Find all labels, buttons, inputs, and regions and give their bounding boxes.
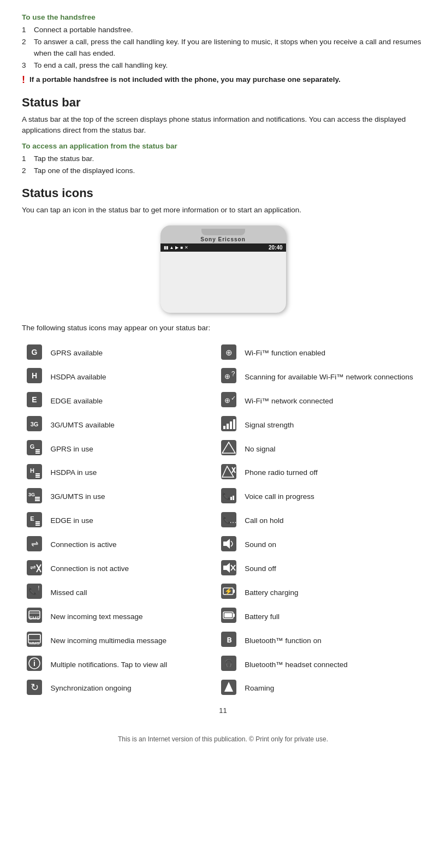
right-label-cell: Bluetooth™ headset connected (242, 653, 424, 677)
left-icon-cell: ↻ (22, 677, 49, 701)
right-icon-cell: 📞… (216, 509, 243, 533)
right-icon-cell: ⊕ (216, 342, 243, 366)
statusbar-icons: ▮▮ ▲ ▶ ■ ✕ (164, 245, 189, 250)
right-label-cell: No signal (242, 437, 424, 461)
right-icon-cell (216, 605, 243, 629)
status-bar-section: Status bar A status bar at the top of th… (22, 96, 424, 176)
right-label-cell: Sound on (242, 533, 424, 557)
svg-text:E: E (31, 515, 34, 522)
svg-rect-31 (35, 475, 40, 476)
right-label-cell: Wi-Fi™ network connected (242, 389, 424, 413)
footer-notice: This is an Internet version of this publ… (22, 730, 424, 743)
svg-text:⊕: ⊕ (225, 348, 232, 357)
access-step-2: 2 Tap one of the displayed icons. (22, 165, 424, 176)
svg-text:⇌: ⇌ (31, 539, 38, 548)
left-icon-cell: ⇌ (22, 533, 49, 557)
access-steps: 1 Tap the status bar. 2 Tap one of the d… (22, 153, 424, 177)
svg-rect-24 (35, 451, 40, 452)
right-icon-cell: ʙ (216, 629, 243, 653)
statusbar-icon-sound: ▶ (175, 245, 179, 250)
table-row: 3G 3G/UMTS available Signal strength (22, 413, 424, 437)
right-label-cell: Battery charging (242, 581, 424, 605)
left-label-cell: GPRS in use (49, 437, 216, 461)
svg-text:i: i (33, 659, 35, 668)
table-row: G GPRS available ⊕ Wi-Fi™ function enabl… (22, 342, 424, 366)
svg-text:⊕: ⊕ (224, 396, 230, 405)
access-step-1: 1 Tap the status bar. (22, 153, 424, 164)
phone-mockup-container: Sony Ericsson ▮▮ ▲ ▶ ■ ✕ 20:40 (22, 225, 424, 313)
svg-text:…: … (229, 516, 236, 525)
left-icon-cell: E (22, 509, 49, 533)
right-icon-cell (216, 461, 243, 485)
svg-rect-39 (35, 497, 40, 498)
left-label-cell: HSDPA in use (49, 461, 216, 485)
left-icon-cell: ⇌ (22, 557, 49, 581)
svg-rect-79 (233, 614, 235, 617)
svg-rect-49 (35, 523, 40, 524)
svg-rect-41 (35, 500, 40, 501)
status-bar-description: A status bar at the top of the screen di… (22, 114, 424, 136)
statusbar-icon-x: ✕ (185, 245, 188, 250)
right-icon-cell: ⚡ (216, 581, 243, 605)
svg-text:SMS: SMS (29, 615, 40, 621)
svg-text:⊕: ⊕ (224, 372, 230, 381)
access-step-text-1: Tap the status bar. (34, 153, 94, 164)
left-label-cell: EDGE available (49, 389, 216, 413)
left-icon-cell: E (22, 389, 49, 413)
right-label-cell: Bluetooth™ function on (242, 629, 424, 653)
svg-text:📞: 📞 (28, 586, 38, 596)
table-row: ⇌ Connection is active Sound on (22, 533, 424, 557)
handsfree-steps: 1 Connect a portable handsfree. 2 To ans… (22, 25, 424, 71)
right-icon-cell: 🎧 (216, 653, 243, 677)
status-bar-title: Status bar (22, 96, 424, 110)
step-3: 3 To end a call, press the call handling… (22, 60, 424, 71)
right-label-cell: Sound off (242, 557, 424, 581)
right-icon-cell: 📞 (216, 485, 243, 509)
step-num-2: 2 (22, 37, 29, 59)
left-icon-cell: i (22, 653, 49, 677)
right-icon-cell (216, 533, 243, 557)
svg-rect-19 (230, 421, 232, 429)
table-row: G GPRS in use No signal (22, 437, 424, 461)
table-row: i Multiple notifications. Tap to view al… (22, 653, 424, 677)
svg-text:!: ! (38, 585, 40, 591)
right-label-cell: Phone radio turned off (242, 461, 424, 485)
svg-text:?: ? (231, 370, 235, 378)
svg-text:H: H (30, 467, 34, 474)
svg-text:MMS: MMS (29, 641, 40, 646)
svg-rect-23 (35, 449, 40, 450)
phone-screen (160, 252, 286, 313)
right-label-cell: Signal strength (242, 413, 424, 437)
svg-text:G: G (30, 443, 35, 450)
left-label-cell: EDGE in use (49, 509, 216, 533)
svg-text:G: G (32, 348, 38, 356)
access-step-text-2: Tap one of the displayed icons. (34, 165, 135, 176)
svg-rect-32 (35, 477, 40, 478)
status-icons-title: Status icons (22, 186, 424, 200)
left-icon-cell: G (22, 437, 49, 461)
svg-text:⚡: ⚡ (224, 587, 232, 595)
left-icon-cell: 3G (22, 485, 49, 509)
left-label-cell: New incoming text message (49, 605, 216, 629)
statusbar-icon-conn: ■ (180, 245, 183, 250)
table-row: ⇌ Connection is not active Sound off (22, 557, 424, 581)
left-icon-cell: 3G (22, 413, 49, 437)
right-label-cell: Voice call in progress (242, 485, 424, 509)
table-row: H HSDPA in use Phone radio turned off (22, 461, 424, 485)
left-icon-cell: H (22, 365, 49, 389)
left-label-cell: New incoming multimedia message (49, 629, 216, 653)
right-icon-cell (216, 677, 243, 701)
right-label-cell: Wi-Fi™ function enabled (242, 342, 424, 366)
table-row: H HSDPA available ⊕? Scanning for availa… (22, 365, 424, 389)
notice-text: If a portable handsfree is not included … (29, 75, 341, 84)
step-2: 2 To answer a call, press the call handl… (22, 37, 424, 59)
page-number: 11 (22, 706, 424, 715)
right-label-cell: Roaming (242, 677, 424, 701)
step-text-2: To answer a call, press the call handlin… (34, 37, 424, 59)
right-label-cell: Scanning for available Wi-Fi™ network co… (242, 365, 424, 389)
table-intro: The following status icons may appear on… (22, 323, 424, 334)
svg-text:🎧: 🎧 (224, 658, 234, 668)
left-label-cell: 3G/UMTS available (49, 413, 216, 437)
right-icon-cell (216, 437, 243, 461)
step-text-3: To end a call, press the call handling k… (34, 60, 168, 71)
